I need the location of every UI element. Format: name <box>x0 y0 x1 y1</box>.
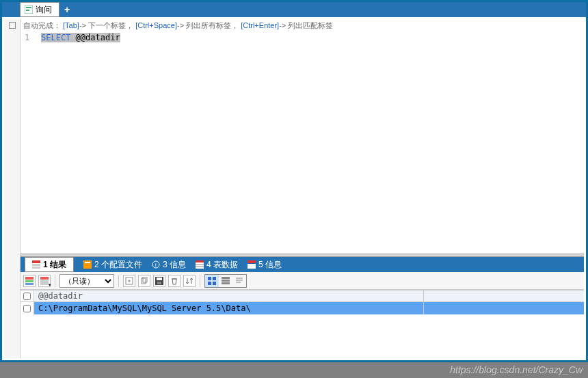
svg-rect-26 <box>157 278 162 280</box>
view-grid-button[interactable] <box>205 275 219 287</box>
tool-grid2[interactable]: ▾ <box>38 275 51 287</box>
hint-key-ctrlenter: [Ctrl+Enter] <box>241 21 279 29</box>
hint-text-3: -> 列出匹配标签 <box>279 21 333 29</box>
svg-rect-6 <box>32 267 40 269</box>
result-grid[interactable]: @@datadir C:\ProgramData\MySQL\MySQL Ser… <box>21 290 584 358</box>
sql-keyword: SELECT <box>41 33 70 42</box>
info5-icon <box>248 260 256 269</box>
result-row-selected[interactable]: C:\ProgramData\MySQL\MySQL Server 5.5\Da… <box>21 302 584 314</box>
svg-text:i: i <box>155 262 157 268</box>
header-checkbox-cell[interactable] <box>21 291 34 301</box>
view-form-button[interactable] <box>219 275 232 287</box>
sql-editor[interactable]: 1 SELECT @@datadir <box>21 32 584 254</box>
autocomplete-hint: 自动完成： [Tab]-> 下一个标签， [Ctrl+Space]-> 列出所有… <box>21 19 584 32</box>
svg-rect-32 <box>213 282 216 285</box>
svg-rect-12 <box>196 260 204 262</box>
svg-rect-35 <box>222 282 230 284</box>
result-toolbar: ▾ （只读） <box>21 272 584 290</box>
tab-result-label: 1 结果 <box>43 260 66 269</box>
svg-rect-16 <box>248 264 256 269</box>
svg-rect-4 <box>32 260 40 263</box>
svg-rect-15 <box>248 260 256 263</box>
tab-profile-label: 2 个配置文件 <box>94 259 142 271</box>
table-icon <box>196 260 204 269</box>
tab-query[interactable]: 询问 <box>20 2 59 17</box>
view-mode-group <box>204 274 247 288</box>
line-gutter: 1 <box>21 32 41 254</box>
code-area[interactable]: SELECT @@datadir <box>41 32 584 254</box>
svg-rect-2 <box>26 10 29 11</box>
toolbar-sep-3 <box>200 275 200 287</box>
hint-text-1: -> 下一个标签， <box>79 21 133 29</box>
svg-rect-34 <box>222 280 230 282</box>
result-cell[interactable]: C:\ProgramData\MySQL\MySQL Server 5.5\Da… <box>34 302 424 314</box>
tool-grid1[interactable] <box>23 275 36 287</box>
tab-info5[interactable]: 5 信息 <box>248 259 282 271</box>
tool-delete[interactable] <box>168 275 181 287</box>
toolbar-sep-1 <box>55 275 55 287</box>
result-header-row: @@datadir <box>21 290 584 302</box>
svg-rect-20 <box>40 277 49 280</box>
tab-profile[interactable]: 2 个配置文件 <box>83 259 142 271</box>
tool-sort[interactable] <box>183 275 196 287</box>
svg-rect-5 <box>32 264 40 266</box>
result-tab-strip: 1 结果 2 个配置文件 i 3 信息 4 表数据 <box>21 257 584 272</box>
tab-tabledata-label: 4 表数据 <box>206 259 238 271</box>
tab-strip-spacer <box>2 2 20 17</box>
tab-info5-label: 5 信息 <box>258 259 282 271</box>
new-tab-button[interactable]: + <box>59 2 75 17</box>
tool-save[interactable] <box>153 275 165 287</box>
header-checkbox[interactable] <box>23 293 31 300</box>
query-icon <box>25 5 33 14</box>
left-gutter-panel <box>4 19 21 358</box>
view-text-button[interactable] <box>232 275 246 287</box>
svg-rect-33 <box>222 277 230 279</box>
editor-tab-strip: 询问 + <box>2 2 586 17</box>
svg-rect-19 <box>25 283 34 285</box>
line-number: 1 <box>25 32 37 43</box>
hint-key-ctrlspace: [Ctrl+Space] <box>135 21 177 29</box>
grid-icon <box>32 260 40 269</box>
readonly-dropdown[interactable]: （只读） <box>59 274 114 288</box>
svg-rect-23 <box>142 278 146 284</box>
hint-prefix: 自动完成： <box>23 21 61 29</box>
svg-rect-18 <box>25 280 34 282</box>
tool-copy[interactable] <box>138 275 150 287</box>
svg-rect-29 <box>208 277 211 280</box>
column-header[interactable]: @@datadir <box>34 291 424 301</box>
code-line-1: SELECT @@datadir <box>41 32 584 43</box>
profile-icon <box>83 260 92 269</box>
row-checkbox-cell[interactable] <box>21 302 34 314</box>
toolbar-sep-2 <box>118 275 119 287</box>
svg-rect-1 <box>26 7 31 8</box>
tab-info3[interactable]: i 3 信息 <box>152 259 186 271</box>
info-icon: i <box>152 260 160 269</box>
hint-key-tab: [Tab] <box>63 21 79 29</box>
tab-result[interactable]: 1 结果 <box>25 257 74 272</box>
tab-tabledata[interactable]: 4 表数据 <box>196 259 238 271</box>
watermark-text: https://blog.csdn.net/Crazy_Cw <box>450 364 583 375</box>
panel-toggle-icon[interactable] <box>9 22 16 29</box>
svg-rect-7 <box>83 260 92 269</box>
svg-rect-24 <box>143 277 147 282</box>
hint-text-2: -> 列出所有标签， <box>177 21 239 29</box>
svg-rect-27 <box>157 282 161 284</box>
tab-info3-label: 3 信息 <box>163 259 186 271</box>
svg-rect-21 <box>40 280 49 285</box>
row-checkbox[interactable] <box>23 305 31 312</box>
svg-rect-30 <box>213 277 216 280</box>
sql-rest: @@datadir <box>70 33 120 42</box>
svg-rect-31 <box>208 282 211 285</box>
tool-export[interactable] <box>123 275 135 287</box>
svg-rect-17 <box>25 277 34 280</box>
tab-query-label: 询问 <box>36 4 52 16</box>
svg-rect-8 <box>85 262 90 263</box>
